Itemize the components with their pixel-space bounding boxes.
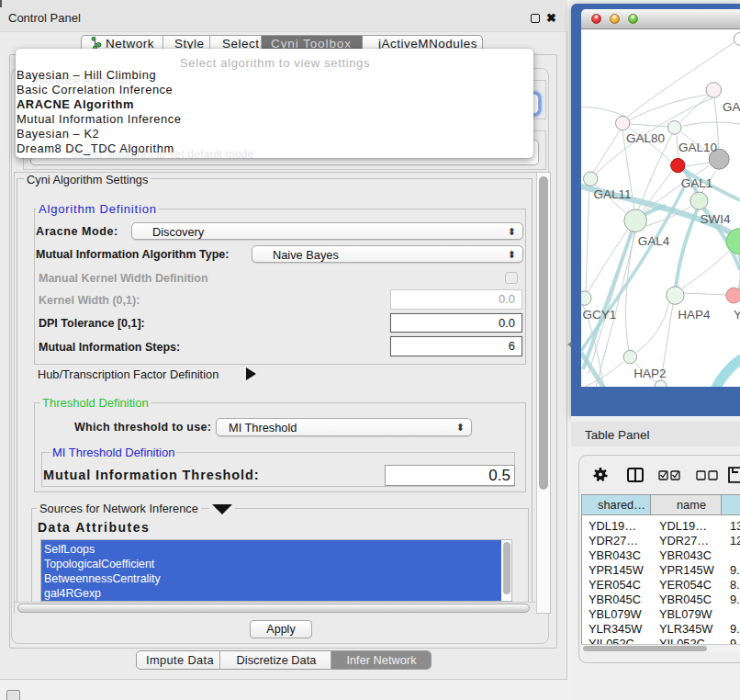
svg-text:GAL1: GAL1 bbox=[681, 176, 713, 190]
svg-text:GAL11: GAL11 bbox=[593, 187, 631, 201]
svg-text:GAL7: GAL7 bbox=[723, 100, 740, 114]
svg-text:HAP2: HAP2 bbox=[633, 367, 666, 380]
svg-text:GAL80: GAL80 bbox=[626, 131, 665, 145]
svg-text:SWI4: SWI4 bbox=[700, 212, 730, 226]
svg-text:GAL10: GAL10 bbox=[678, 141, 717, 154]
svg-text:Y: Y bbox=[734, 308, 740, 322]
svg-text:GCY1: GCY1 bbox=[583, 308, 617, 322]
svg-text:HAP4: HAP4 bbox=[678, 308, 711, 322]
svg-text:GAL4: GAL4 bbox=[638, 234, 670, 248]
